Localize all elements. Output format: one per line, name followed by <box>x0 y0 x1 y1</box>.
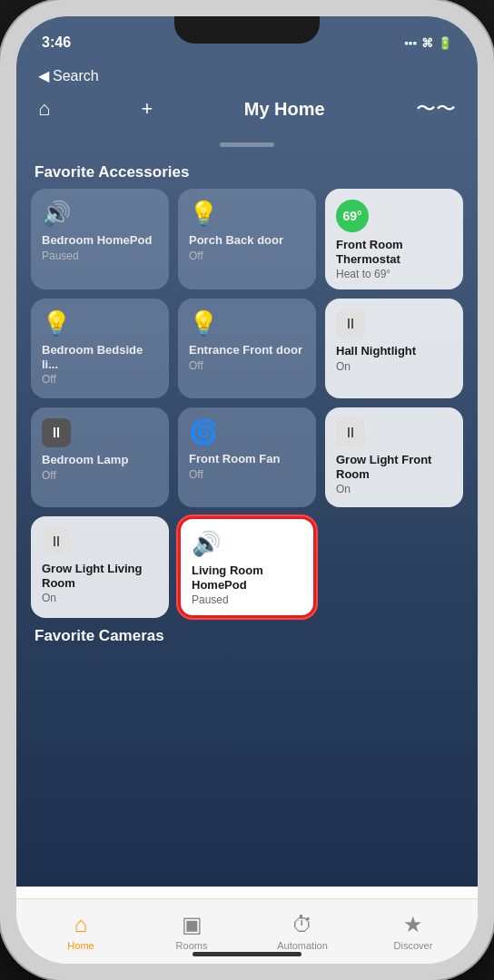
notch <box>174 16 320 44</box>
tile-status: Paused <box>192 593 302 606</box>
content-area: Favorite Accessories 🔊 Bedroom HomePod P… <box>16 135 478 887</box>
discover-tab-icon: ★ <box>403 912 423 937</box>
bulb-icon: 💡 <box>189 309 305 338</box>
tile-status: Off <box>189 359 305 372</box>
home-icon[interactable]: ⌂ <box>38 97 50 121</box>
tile-name: Living Room HomePod <box>192 564 302 592</box>
discover-tab-label: Discover <box>394 940 433 951</box>
tile-porch-backdoor[interactable]: 💡 Porch Back door Off <box>178 189 316 289</box>
homepod2-icon: 🔊 <box>192 530 302 558</box>
tile-bedroom-lamp[interactable]: ⏸ Bedroom Lamp Off <box>31 407 169 507</box>
scroll-indicator <box>220 142 274 147</box>
tile-status: Off <box>42 373 158 386</box>
thermostat-badge: 69° <box>336 200 369 232</box>
home-tab-icon: ⌂ <box>74 912 88 937</box>
tile-status: Off <box>189 250 305 262</box>
tab-home[interactable]: ⌂ Home <box>25 912 136 951</box>
battery-icon: 🔋 <box>438 36 452 50</box>
plug-icon: ⏸ <box>336 309 365 338</box>
tile-name: Bedroom Lamp <box>42 453 158 467</box>
tile-front-room-thermostat[interactable]: 69° Front Room Thermostat Heat to 69° <box>325 189 463 289</box>
add-button[interactable]: + <box>142 97 153 121</box>
accessories-grid: 🔊 Bedroom HomePod Paused 💡 Porch Back do… <box>16 189 478 618</box>
nav-bar: ◀ Search <box>16 60 478 88</box>
siri-waveform-icon[interactable]: 〜〜 <box>416 95 456 122</box>
cameras-section: Favorite Cameras <box>16 618 478 649</box>
tile-bedroom-homepod[interactable]: 🔊 Bedroom HomePod Paused <box>31 189 169 289</box>
home-indicator <box>193 952 301 956</box>
back-label: Search <box>53 68 99 84</box>
plug-icon: ⏸ <box>42 527 71 556</box>
tile-name: Bedroom HomePod <box>42 233 158 248</box>
bulb-icon: 💡 <box>189 200 305 228</box>
plug-icon: ⏸ <box>336 418 365 447</box>
tile-living-room-homepod[interactable]: 🔊 Living Room HomePod Paused <box>178 516 316 618</box>
tile-name: Front Room Fan <box>189 452 305 466</box>
bulb-icon: 💡 <box>42 309 158 338</box>
fan-icon: 🌀 <box>189 418 305 446</box>
tile-name: Grow Light Living Room <box>42 562 158 590</box>
tile-front-room-fan[interactable]: 🌀 Front Room Fan Off <box>178 407 316 507</box>
wifi-icon: ⌘ <box>421 36 433 50</box>
tile-status: On <box>336 483 452 495</box>
page-title: My Home <box>244 99 325 120</box>
tile-status: On <box>336 360 452 373</box>
status-icons: ▪▪▪ ⌘ 🔋 <box>404 36 452 50</box>
rooms-tab-icon: ▣ <box>182 912 203 937</box>
tile-status: Off <box>189 468 305 481</box>
tile-status: Heat to 69° <box>336 268 452 280</box>
home-tab-label: Home <box>67 940 94 951</box>
signal-icon: ▪▪▪ <box>404 36 417 50</box>
plug-icon: ⏸ <box>42 418 71 447</box>
top-bar: ⌂ + My Home 〜〜 <box>16 88 478 135</box>
cameras-section-title: Favorite Cameras <box>35 627 459 645</box>
tile-name: Bedroom Bedside li... <box>42 343 158 371</box>
tile-grow-light-living-room[interactable]: ⏸ Grow Light Living Room On <box>31 516 169 618</box>
tile-bedroom-bedside[interactable]: 💡 Bedroom Bedside li... Off <box>31 299 169 398</box>
back-chevron-icon: ◀ <box>38 67 49 84</box>
tab-rooms[interactable]: ▣ Rooms <box>136 912 247 951</box>
tile-name: Front Room Thermostat <box>336 238 452 266</box>
tile-name: Hall Nightlight <box>336 344 452 358</box>
tile-name: Grow Light Front Room <box>336 453 452 481</box>
favorites-section-title: Favorite Accessories <box>16 154 478 189</box>
tile-entrance-frontdoor[interactable]: 💡 Entrance Front door Off <box>178 299 316 398</box>
tile-name: Entrance Front door <box>189 343 305 358</box>
phone-screen: 3:46 ▪▪▪ ⌘ 🔋 ◀ Search ⌂ + My Home 〜〜 Fav… <box>16 16 478 964</box>
status-time: 3:46 <box>42 34 71 51</box>
automation-tab-label: Automation <box>277 940 328 951</box>
tab-discover[interactable]: ★ Discover <box>358 912 469 951</box>
rooms-tab-label: Rooms <box>176 940 208 951</box>
tab-automation[interactable]: ⏱ Automation <box>247 912 358 951</box>
tile-status: Paused <box>42 250 158 262</box>
homepod-icon: 🔊 <box>42 200 158 228</box>
tile-status: On <box>42 592 158 604</box>
tile-grow-light-front-room[interactable]: ⏸ Grow Light Front Room On <box>325 407 463 507</box>
tile-name: Porch Back door <box>189 233 305 248</box>
back-button[interactable]: ◀ Search <box>38 67 456 84</box>
automation-tab-icon: ⏱ <box>291 912 313 937</box>
tile-status: Off <box>42 469 158 482</box>
phone-shell: 3:46 ▪▪▪ ⌘ 🔋 ◀ Search ⌂ + My Home 〜〜 Fav… <box>0 0 494 980</box>
tile-hall-nightlight[interactable]: ⏸ Hall Nightlight On <box>325 299 463 398</box>
